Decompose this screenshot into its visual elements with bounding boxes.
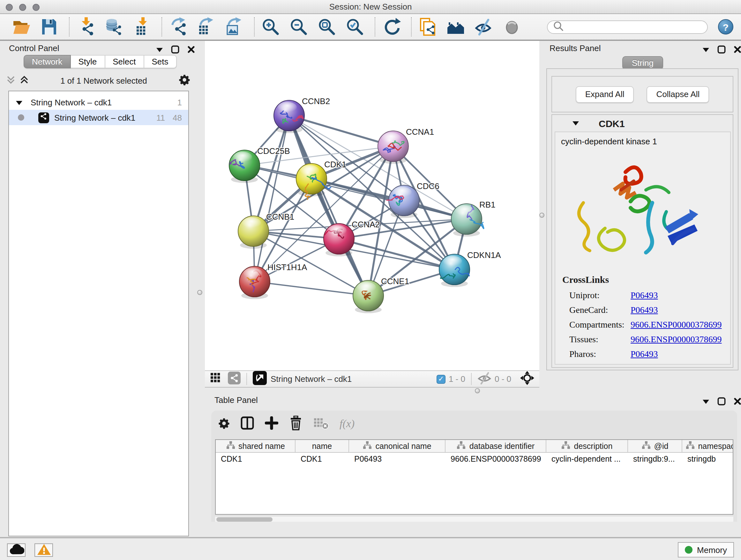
column-header-name[interactable]: name (295, 440, 349, 452)
table-row[interactable]: CDK1CDK1P064939606.ENSP00000378699cyclin… (216, 453, 733, 465)
save-session-button[interactable] (40, 17, 59, 37)
edge-HIST1H1A-CCNE1[interactable] (255, 282, 368, 296)
tab-string[interactable]: String (622, 56, 663, 70)
warnings-button[interactable] (35, 543, 53, 557)
node-label-CDC25B: CDC25B (257, 146, 290, 156)
add-column-icon[interactable] (265, 416, 278, 432)
collapse-all-tree-icon[interactable] (6, 75, 15, 86)
edge-CCNB2-HIST1H1A[interactable] (255, 116, 289, 282)
export-image-button[interactable] (225, 17, 244, 37)
open-in-window-icon[interactable] (253, 371, 267, 387)
node-CCNE1[interactable]: CCNE1 (353, 276, 409, 313)
panel-close-icon[interactable] (733, 45, 741, 54)
search-icon (553, 20, 564, 34)
column-header-description[interactable]: description (546, 440, 628, 452)
network-options-gear-icon[interactable] (179, 74, 190, 87)
warning-icon (37, 543, 51, 557)
crosslink-link[interactable]: P06493 (630, 305, 658, 315)
export-network-icon (169, 17, 188, 37)
tab-network[interactable]: Network (23, 55, 71, 68)
panel-menu-icon[interactable] (156, 47, 163, 52)
help-button[interactable]: ? (718, 19, 733, 35)
expand-all-tree-icon[interactable] (20, 75, 29, 86)
node-CCNB1[interactable]: CCNB1 (238, 212, 294, 249)
crosslink-link[interactable]: P06493 (630, 290, 658, 300)
network-row-selected[interactable]: String Network – cdk1 11 48 (9, 110, 188, 125)
import-network-button[interactable] (76, 17, 95, 37)
column-header-canonical-name[interactable]: canonical name (349, 440, 446, 452)
collection-expander-icon[interactable] (15, 98, 23, 107)
search-input[interactable] (564, 22, 702, 31)
zoom-out-button[interactable] (289, 17, 308, 37)
column-header-namespace[interactable]: namespace (682, 440, 733, 452)
import-database-button[interactable] (104, 17, 123, 37)
zoom-selected-button[interactable] (345, 17, 364, 37)
selected-checkbox[interactable]: ✓ (436, 374, 446, 383)
node-RB1[interactable]: RB1 (451, 200, 495, 237)
hidden-eye-icon[interactable] (477, 372, 491, 386)
horizontal-splitter-handle[interactable] (475, 388, 480, 393)
cloud-icon (9, 544, 24, 557)
panel-float-icon[interactable] (718, 45, 726, 54)
import-table-button[interactable] (132, 17, 151, 37)
show-all-icon (502, 17, 522, 37)
network-collection-row[interactable]: String Network – cdk1 1 (9, 95, 188, 110)
hide-selected-button[interactable] (474, 17, 493, 37)
panel-menu-icon[interactable] (702, 399, 710, 404)
column-header-database-identifier[interactable]: database identifier (446, 440, 546, 452)
column-header-@id[interactable]: @id (628, 440, 682, 452)
network-list: String Network – cdk1 1 String Network –… (8, 91, 189, 537)
node-table: shared namenamecanonical namedatabase id… (215, 439, 733, 515)
node-CCNA2[interactable]: CCNA2 (324, 220, 380, 256)
tab-style[interactable]: Style (71, 55, 105, 68)
function-builder-icon[interactable]: f(x) (340, 418, 354, 430)
delete-column-icon[interactable] (289, 416, 302, 432)
zoom-window-icon[interactable] (32, 4, 40, 11)
table-horizontal-scrollbar[interactable] (215, 516, 733, 522)
left-splitter-handle[interactable] (197, 290, 202, 295)
results-buttons-box: Expand All Collapse All (551, 76, 733, 112)
node-HIST1H1A[interactable]: HIST1H1A (239, 262, 307, 299)
fit-content-crosshair-icon[interactable] (520, 371, 534, 387)
export-network-button[interactable] (169, 17, 188, 37)
tab-select[interactable]: Select (105, 55, 144, 68)
search-field[interactable] (547, 20, 708, 34)
cloud-button[interactable] (7, 543, 25, 557)
expand-all-button[interactable]: Expand All (576, 86, 634, 103)
export-table-button[interactable] (197, 17, 216, 37)
node-CDKN1A[interactable]: CDKN1A (439, 250, 501, 287)
tab-sets[interactable]: Sets (144, 55, 177, 68)
collapse-all-button[interactable]: Collapse All (647, 86, 710, 103)
crosslink-link[interactable]: 9606.ENSP00000378699 (630, 334, 722, 345)
birdseye-share-icon[interactable] (228, 372, 241, 386)
style-document-button[interactable] (418, 17, 437, 37)
table-options-gear-icon[interactable] (218, 417, 230, 431)
refresh-layout-button[interactable] (382, 17, 401, 37)
network-canvas[interactable]: CCNB2 CCNA1 CDC25B CDK1 CDC6 (205, 41, 539, 370)
zoom-fit-button[interactable] (317, 17, 336, 37)
toolbar-separator (69, 17, 70, 37)
selected-node-edge-counts: 1 - 0 (449, 374, 465, 384)
crosslink-link[interactable]: P06493 (630, 349, 658, 359)
close-window-icon[interactable] (6, 4, 13, 11)
first-neighbors-button[interactable] (446, 17, 465, 37)
scrollbar-thumb[interactable] (216, 517, 273, 521)
column-header-shared-name[interactable]: shared name (216, 440, 295, 452)
protein-collapse-icon[interactable] (572, 119, 580, 128)
open-session-button[interactable] (11, 17, 30, 37)
panel-float-icon[interactable] (171, 45, 179, 54)
minimize-window-icon[interactable] (19, 4, 26, 11)
refresh-layout-icon (382, 17, 401, 37)
zoom-in-button[interactable] (261, 17, 280, 37)
crosslink-link[interactable]: 9606.ENSP00000378699 (630, 320, 722, 330)
panel-close-icon[interactable] (733, 397, 741, 406)
panel-close-icon[interactable] (187, 45, 195, 54)
right-splitter-handle[interactable] (539, 212, 544, 218)
show-columns-icon[interactable] (241, 416, 254, 432)
panel-float-icon[interactable] (718, 397, 726, 406)
delete-table-icon[interactable] (313, 417, 329, 431)
memory-button[interactable]: Memory (678, 542, 734, 557)
panel-menu-icon[interactable] (702, 47, 710, 52)
show-all-button[interactable] (502, 17, 522, 37)
grid-view-icon[interactable] (210, 372, 221, 386)
